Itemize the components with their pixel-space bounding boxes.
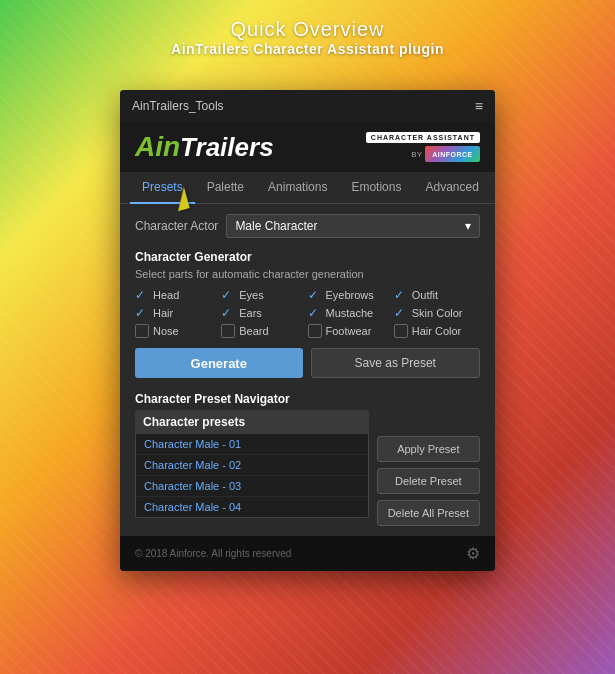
check-footwear-empty — [308, 324, 322, 338]
page-title: Quick Overview — [0, 18, 615, 41]
logo-trailers: Trailers — [180, 132, 273, 162]
apply-preset-button[interactable]: Apply Preset — [377, 436, 480, 462]
preset-actions: Apply Preset Delete Preset Delete All Pr… — [377, 410, 480, 526]
badge-by: BY AINFORCE — [366, 146, 480, 162]
preset-navigator: Character presets Character Male - 01 Ch… — [135, 410, 480, 526]
delete-preset-button[interactable]: Delete Preset — [377, 468, 480, 494]
checkbox-nose[interactable]: Nose — [135, 324, 221, 338]
content-area: Character Actor Male Character ▾ Charact… — [120, 204, 495, 536]
check-mustache: ✓ — [308, 306, 322, 320]
preset-list-header: Character presets — [135, 410, 369, 434]
tab-emotions[interactable]: Emotions — [339, 172, 413, 204]
page-header: Quick Overview AinTrailers Character Ass… — [0, 18, 615, 57]
generator-buttons: Generate Save as Preset — [135, 348, 480, 378]
preset-item-3[interactable]: Character Male - 03 — [136, 476, 368, 497]
copyright-text: © 2018 Ainforce. All rights reserved — [135, 548, 291, 559]
logo-area: AinTrailers CHARACTER ASSISTANT BY AINFO… — [120, 122, 495, 172]
generator-desc: Select parts for automatic character gen… — [135, 268, 480, 280]
nav-tabs: Presets Palette Animations Emotions Adva… — [120, 172, 495, 204]
checkbox-eyebrows[interactable]: ✓ Eyebrows — [308, 288, 394, 302]
save-as-preset-button[interactable]: Save as Preset — [311, 348, 481, 378]
checkbox-hair[interactable]: ✓ Hair — [135, 306, 221, 320]
logo-ain: AinTrailers — [135, 133, 274, 161]
ainforce-logo: AINFORCE — [425, 146, 480, 162]
plugin-window: AinTrailers_Tools ≡ AinTrailers CHARACTE… — [120, 90, 495, 571]
gear-icon[interactable]: ⚙ — [466, 544, 480, 563]
bottom-bar: © 2018 Ainforce. All rights reserved ⚙ — [120, 536, 495, 571]
check-haircolor-empty — [394, 324, 408, 338]
page-subtitle: AinTrailers Character Assistant plugin — [0, 41, 615, 57]
delete-all-preset-button[interactable]: Delete All Preset — [377, 500, 480, 526]
title-bar: AinTrailers_Tools ≡ — [120, 90, 495, 122]
checkbox-grid: ✓ Head ✓ Eyes ✓ Eyebrows ✓ Outfit ✓ Hair… — [135, 288, 480, 338]
char-actor-select[interactable]: Male Character ▾ — [226, 214, 480, 238]
preset-list-area: Character presets Character Male - 01 Ch… — [135, 410, 369, 526]
tab-palette[interactable]: Palette — [195, 172, 256, 204]
menu-icon[interactable]: ≡ — [475, 98, 483, 114]
tab-animations[interactable]: Animations — [256, 172, 339, 204]
checkbox-eyes[interactable]: ✓ Eyes — [221, 288, 307, 302]
check-ears: ✓ — [221, 306, 235, 320]
char-actor-row: Character Actor Male Character ▾ — [135, 214, 480, 238]
checkbox-skincolor[interactable]: ✓ Skin Color — [394, 306, 480, 320]
check-hair: ✓ — [135, 306, 149, 320]
tab-presets[interactable]: Presets — [130, 172, 195, 204]
preset-nav-title: Character Preset Navigator — [135, 392, 480, 406]
checkbox-footwear[interactable]: Footwear — [308, 324, 394, 338]
checkbox-ears[interactable]: ✓ Ears — [221, 306, 307, 320]
char-actor-value: Male Character — [235, 219, 317, 233]
check-head: ✓ — [135, 288, 149, 302]
logo-left: AinTrailers — [135, 133, 274, 161]
checkbox-head[interactable]: ✓ Head — [135, 288, 221, 302]
title-bar-text: AinTrailers_Tools — [132, 99, 224, 113]
preset-item-1[interactable]: Character Male - 01 — [136, 434, 368, 455]
preset-item-2[interactable]: Character Male - 02 — [136, 455, 368, 476]
check-eyebrows: ✓ — [308, 288, 322, 302]
dropdown-icon: ▾ — [465, 219, 471, 233]
checkbox-mustache[interactable]: ✓ Mustache — [308, 306, 394, 320]
check-nose-empty — [135, 324, 149, 338]
preset-item-4[interactable]: Character Male - 04 — [136, 497, 368, 517]
check-beard-empty — [221, 324, 235, 338]
checkbox-beard[interactable]: Beard — [221, 324, 307, 338]
checkbox-haircolor[interactable]: Hair Color — [394, 324, 480, 338]
check-skincolor: ✓ — [394, 306, 408, 320]
logo-badge: CHARACTER ASSISTANT BY AINFORCE — [366, 132, 480, 162]
badge-text: CHARACTER ASSISTANT — [366, 132, 480, 143]
check-outfit: ✓ — [394, 288, 408, 302]
check-eyes: ✓ — [221, 288, 235, 302]
generator-title: Character Generator — [135, 250, 480, 264]
tab-advanced[interactable]: Advanced — [413, 172, 490, 204]
checkbox-outfit[interactable]: ✓ Outfit — [394, 288, 480, 302]
char-actor-label: Character Actor — [135, 219, 218, 233]
generate-button[interactable]: Generate — [135, 348, 303, 378]
preset-list: Character Male - 01 Character Male - 02 … — [135, 434, 369, 518]
